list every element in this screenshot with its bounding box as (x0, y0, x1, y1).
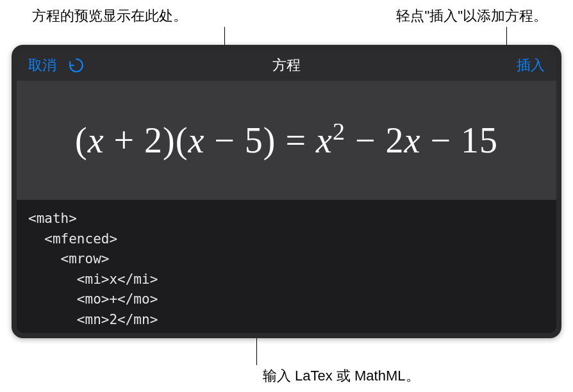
nav-bar: 取消 方程 插入 (17, 50, 556, 81)
equation-display: (x + 2)(x − 5) = x2 − 2x − 15 (75, 120, 498, 161)
insert-button[interactable]: 插入 (517, 56, 545, 75)
callout-input-label: 输入 LaTex 或 MathML。 (263, 366, 420, 386)
code-input[interactable]: <math> <mfenced> <mrow> <mi>x</mi> <mo>+… (17, 200, 556, 333)
callout-preview-label: 方程的预览显示在此处。 (32, 6, 187, 26)
undo-icon[interactable] (68, 57, 85, 74)
equation-preview: (x + 2)(x − 5) = x2 − 2x − 15 (17, 81, 556, 200)
nav-title: 方程 (272, 56, 301, 75)
cancel-button[interactable]: 取消 (28, 56, 56, 75)
device-frame: 取消 方程 插入 (x + 2)(x − 5) = x2 − 2x − 15 <… (12, 45, 561, 338)
callout-insert-label: 轻点"插入"以添加方程。 (396, 6, 547, 26)
panel-inner: 取消 方程 插入 (x + 2)(x − 5) = x2 − 2x − 15 <… (17, 50, 556, 333)
nav-left-group: 取消 (28, 56, 85, 75)
